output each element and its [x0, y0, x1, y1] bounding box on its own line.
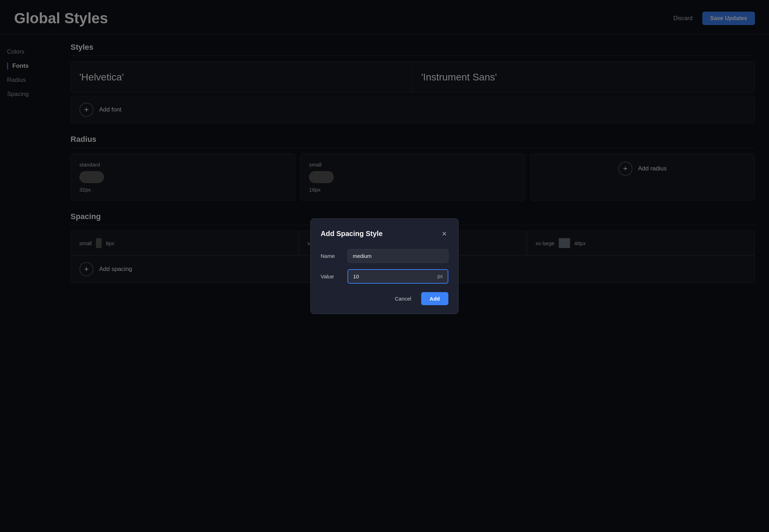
modal-name-field: Name [321, 249, 448, 263]
modal-name-label: Name [321, 253, 342, 259]
modal-header: Add Spacing Style ✕ [321, 229, 448, 239]
modal-footer: Cancel Add [321, 292, 448, 305]
add-spacing-modal: Add Spacing Style ✕ Name Value px Cancel… [310, 218, 459, 314]
modal-value-field: Value px [321, 269, 448, 284]
modal-close-button[interactable]: ✕ [440, 229, 448, 239]
modal-value-input[interactable] [348, 270, 432, 283]
modal-name-input[interactable] [347, 249, 448, 263]
modal-value-wrapper: px [347, 269, 448, 284]
modal-value-unit: px [432, 270, 448, 283]
modal-value-label: Value [321, 273, 342, 279]
modal-title: Add Spacing Style [321, 230, 383, 238]
modal-overlay[interactable]: Add Spacing Style ✕ Name Value px Cancel… [0, 0, 769, 532]
modal-cancel-button[interactable]: Cancel [389, 292, 417, 305]
modal-add-button[interactable]: Add [421, 292, 448, 305]
